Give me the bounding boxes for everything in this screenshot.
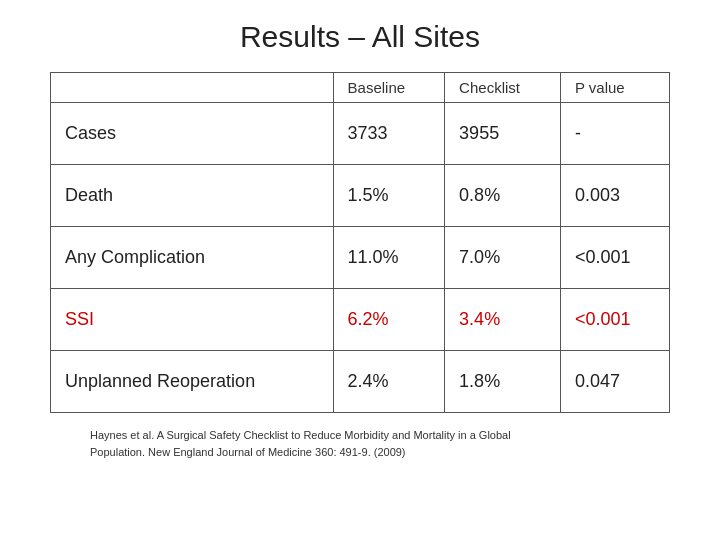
table-row: Death1.5%0.8%0.003 <box>51 165 670 227</box>
table-row: Cases37333955- <box>51 103 670 165</box>
row-baseline-1: 1.5% <box>333 165 445 227</box>
row-pvalue-1: 0.003 <box>560 165 669 227</box>
table-header-row: BaselineChecklistP value <box>51 73 670 103</box>
row-label-0: Cases <box>51 103 334 165</box>
table-header-2: Checklist <box>445 73 561 103</box>
row-checklist-4: 1.8% <box>445 351 561 413</box>
row-label-1: Death <box>51 165 334 227</box>
row-checklist-0: 3955 <box>445 103 561 165</box>
row-checklist-2: 7.0% <box>445 227 561 289</box>
row-pvalue-0: - <box>560 103 669 165</box>
row-label-2: Any Complication <box>51 227 334 289</box>
row-label-4: Unplanned Reoperation <box>51 351 334 413</box>
row-baseline-2: 11.0% <box>333 227 445 289</box>
row-baseline-4: 2.4% <box>333 351 445 413</box>
footnote: Haynes et al. A Surgical Safety Checklis… <box>90 427 511 460</box>
row-pvalue-2: <0.001 <box>560 227 669 289</box>
table-header-0 <box>51 73 334 103</box>
row-label-3: SSI <box>51 289 334 351</box>
results-table: BaselineChecklistP value Cases37333955-D… <box>50 72 670 413</box>
row-checklist-3: 3.4% <box>445 289 561 351</box>
row-baseline-0: 3733 <box>333 103 445 165</box>
row-checklist-1: 0.8% <box>445 165 561 227</box>
table-header-3: P value <box>560 73 669 103</box>
table-row: SSI6.2%3.4%<0.001 <box>51 289 670 351</box>
page-title: Results – All Sites <box>240 20 480 54</box>
row-pvalue-3: <0.001 <box>560 289 669 351</box>
table-row: Any Complication11.0%7.0%<0.001 <box>51 227 670 289</box>
table-header-1: Baseline <box>333 73 445 103</box>
row-baseline-3: 6.2% <box>333 289 445 351</box>
table-row: Unplanned Reoperation2.4%1.8%0.047 <box>51 351 670 413</box>
row-pvalue-4: 0.047 <box>560 351 669 413</box>
